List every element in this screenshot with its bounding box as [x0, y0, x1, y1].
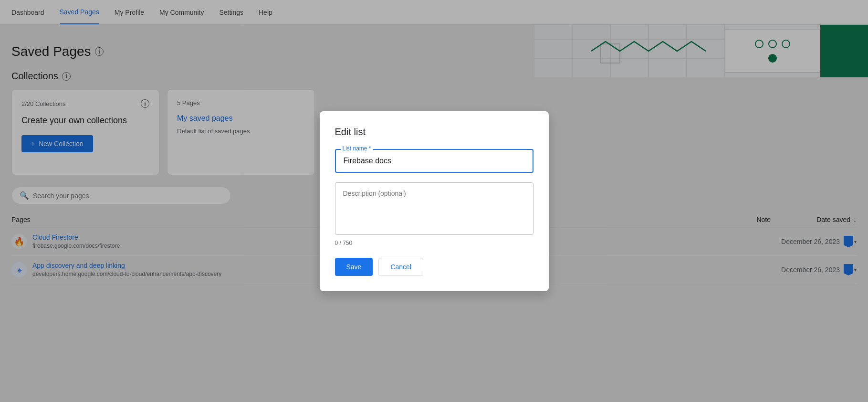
- edit-list-modal: Edit list List name * 0 / 750 Save Cance…: [320, 111, 549, 291]
- list-name-wrapper: List name *: [335, 149, 533, 173]
- list-name-input[interactable]: [335, 149, 533, 173]
- description-textarea[interactable]: [335, 182, 533, 235]
- char-count: 0 / 750: [335, 240, 533, 246]
- modal-actions: Save Cancel: [335, 258, 533, 276]
- save-button[interactable]: Save: [335, 258, 373, 276]
- modal-overlay[interactable]: Edit list List name * 0 / 750 Save Cance…: [0, 0, 868, 402]
- modal-title: Edit list: [335, 127, 533, 138]
- cancel-button[interactable]: Cancel: [378, 258, 423, 276]
- list-name-label: List name *: [341, 145, 373, 152]
